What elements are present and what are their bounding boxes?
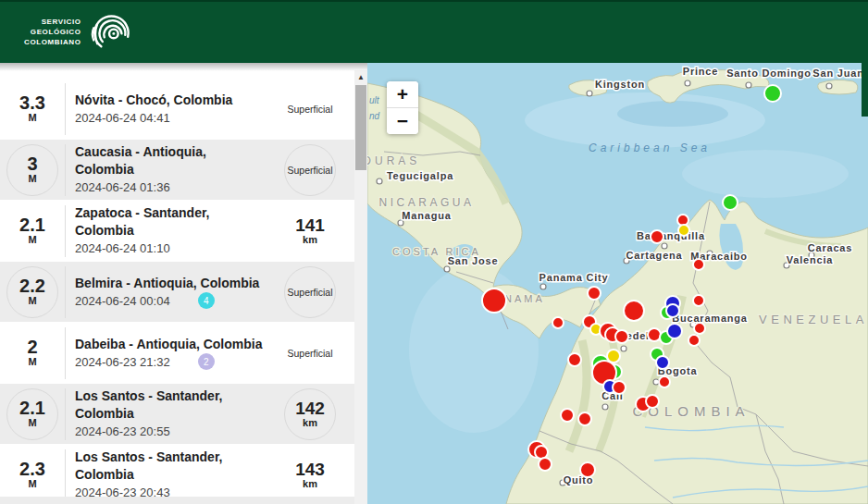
- earthquake-marker-red[interactable]: [568, 353, 581, 366]
- earthquake-marker-blue[interactable]: [656, 356, 669, 369]
- quake-row[interactable]: 3.3 M Nóvita - Chocó, Colombia 2024-06-2…: [0, 79, 354, 139]
- earthquake-marker-red[interactable]: [578, 412, 591, 425]
- list-scrollbar[interactable]: ▲: [354, 70, 367, 504]
- quake-datetime: 2024-06-24 04:41: [75, 109, 170, 127]
- depth-unit: km: [303, 417, 317, 429]
- magnitude-unit: M: [28, 112, 36, 124]
- earthquake-marker-yellow[interactable]: [678, 225, 689, 236]
- country-label: NDURAS: [367, 154, 420, 167]
- magnitude-unit: M: [28, 417, 36, 429]
- earthquake-marker-blue[interactable]: [666, 304, 679, 317]
- earthquake-marker-red[interactable]: [651, 230, 663, 243]
- earthquake-marker-green[interactable]: [723, 195, 738, 210]
- quake-datetime: 2024-06-24 01:10: [75, 240, 170, 257]
- quake-location: Dabeiba - Antioquia, Colombia: [75, 336, 266, 353]
- sea-label: nd: [369, 111, 380, 121]
- quake-list: 3.3 M Nóvita - Chocó, Colombia 2024-06-2…: [0, 79, 354, 504]
- quake-row[interactable]: 2 M Dabeiba - Antioquia, Colombia 2024-0…: [0, 323, 354, 383]
- depth-circle: Superficial: [285, 84, 335, 134]
- earthquake-marker-red[interactable]: [615, 330, 628, 343]
- earthquake-marker-red[interactable]: [624, 301, 644, 321]
- magnitude-value: 2.2: [19, 277, 45, 295]
- earthquake-marker-red[interactable]: [535, 446, 548, 459]
- earthquake-marker-red[interactable]: [552, 317, 564, 328]
- city-dot: [621, 346, 626, 351]
- depth-circle: 142 km: [284, 388, 336, 440]
- earthquake-marker-green[interactable]: [764, 85, 781, 102]
- quake-row[interactable]: 2.1 M Los Santos - Santander, Colombia 2…: [0, 384, 354, 444]
- depth-circle: 143 km: [285, 450, 335, 500]
- magnitude-value: 2.1: [19, 215, 45, 234]
- quake-info: Los Santos - Santander, Colombia 2024-06…: [65, 388, 266, 440]
- earthquake-marker-red[interactable]: [688, 335, 700, 346]
- earthquake-marker-red[interactable]: [580, 462, 595, 477]
- depth-value: 142: [295, 400, 325, 417]
- magnitude-unit: M: [28, 356, 36, 368]
- depth-value: 143: [295, 461, 325, 478]
- sea-label: Caribbean Sea: [589, 141, 711, 154]
- quake-location: Caucasia - Antioquia, Colombia: [75, 143, 266, 178]
- depth-circle: 141 km: [285, 206, 335, 256]
- zoom-in-button[interactable]: +: [387, 81, 418, 107]
- city-label: Caracas: [808, 242, 852, 253]
- quake-info: Los Santos - Santander, Colombia 2024-06…: [65, 449, 266, 501]
- earthquake-marker-red[interactable]: [561, 409, 574, 422]
- earthquake-marker-red[interactable]: [646, 395, 659, 408]
- magnitude-circle: 2.1 M: [7, 206, 57, 256]
- city-label: Bucaramanga: [672, 313, 748, 324]
- quake-datetime: 2024-06-24 01:36: [75, 178, 170, 196]
- logo-line-1: SERVICIO: [42, 17, 81, 27]
- depth-superficial-label: Superficial: [287, 287, 332, 298]
- right-edge-green-tab: [862, 63, 868, 117]
- quake-row[interactable]: 2.3 M Los Santos - Santander, Colombia 2…: [0, 445, 354, 504]
- earthquake-marker-red[interactable]: [694, 323, 705, 334]
- quake-datetime: 2024-06-23 21:32: [75, 353, 170, 371]
- city-label: Kingston: [595, 79, 645, 90]
- country-label: VENEZUELA: [759, 313, 868, 326]
- quake-location: Nóvita - Chocó, Colombia: [75, 92, 266, 109]
- magnitude-unit: M: [28, 478, 36, 490]
- earthquake-marker-red[interactable]: [659, 376, 670, 387]
- quake-row[interactable]: 3 M Caucasia - Antioquia, Colombia 2024-…: [0, 140, 354, 200]
- earthquake-marker-red[interactable]: [693, 259, 704, 270]
- magnitude-value: 3.3: [19, 93, 45, 112]
- quake-info: Dabeiba - Antioquia, Colombia 2024-06-23…: [65, 327, 266, 379]
- earthquake-marker-red[interactable]: [613, 381, 626, 394]
- quake-info: Belmira - Antioquia, Colombia 2024-06-24…: [65, 266, 266, 318]
- city-label: Valencia: [787, 254, 834, 265]
- depth-value: 141: [295, 216, 325, 234]
- city-label: Barranquilla: [637, 230, 705, 241]
- scrollbar-thumb[interactable]: [355, 85, 366, 170]
- city-label: Cartagena: [626, 250, 683, 261]
- city-label: San Jose: [448, 255, 499, 266]
- magnitude-value: 2: [27, 338, 37, 356]
- magnitude-unit: M: [28, 173, 36, 185]
- header-shadow: [0, 63, 367, 71]
- magnitude-value: 2.1: [19, 399, 45, 417]
- earthquake-marker-red[interactable]: [482, 289, 506, 313]
- city-dot: [587, 91, 592, 96]
- depth-circle: Superficial: [285, 328, 335, 378]
- city-label: San Juan: [812, 68, 863, 79]
- zoom-out-button[interactable]: −: [387, 108, 418, 134]
- map-zoom-control: + −: [387, 81, 418, 134]
- logo-line-2: GEOLÓGICO: [31, 27, 81, 37]
- panel-bottom-strip: [0, 497, 367, 504]
- quake-row[interactable]: 2.2 M Belmira - Antioquia, Colombia 2024…: [0, 262, 354, 322]
- earthquake-marker-red[interactable]: [539, 458, 552, 471]
- map-canvas[interactable]: Caribbean Seaultnd NDURASNICARAGUACOSTA …: [367, 63, 868, 504]
- earthquake-marker-blue[interactable]: [667, 324, 682, 338]
- earthquake-marker-red[interactable]: [648, 328, 661, 341]
- earthquake-marker-red[interactable]: [588, 287, 601, 300]
- felt-report-badge: 2: [198, 353, 215, 370]
- magnitude-value: 2.3: [19, 460, 45, 478]
- magnitude-circle: 3 M: [6, 144, 58, 196]
- city-dot: [540, 284, 546, 289]
- felt-report-badge: 4: [198, 292, 215, 309]
- quake-row[interactable]: 2.1 M Zapatoca - Santander, Colombia 202…: [0, 201, 354, 261]
- earthquake-marker-red[interactable]: [693, 295, 704, 306]
- magnitude-value: 3: [27, 154, 37, 173]
- scrollbar-up-arrow[interactable]: ▲: [354, 70, 367, 83]
- magnitude-circle: 3.3 M: [7, 84, 57, 134]
- quake-location: Los Santos - Santander, Colombia: [75, 449, 266, 484]
